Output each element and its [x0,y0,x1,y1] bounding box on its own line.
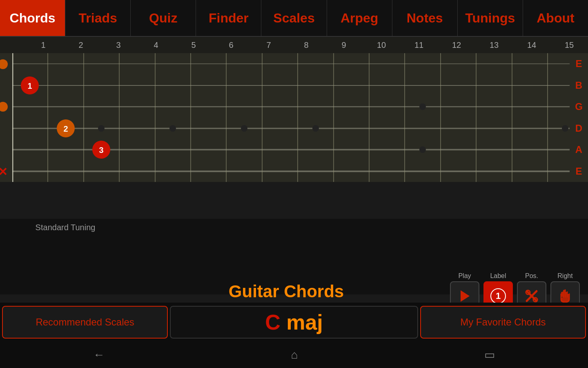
hand-icon [557,288,573,304]
chord-title: Guitar Chords [122,282,450,301]
play-label: Play [458,272,471,280]
open-string-e-high [0,59,8,69]
nav-quiz[interactable]: Quiz [131,0,196,36]
nav-finder[interactable]: Finder [196,0,261,36]
android-home-button[interactable]: ⌂ [291,348,298,361]
recommended-scales-button[interactable]: Recommended Scales [2,306,168,339]
string-labels: E B G D A E [570,53,588,182]
fretboard-container: 1 2 3 4 5 6 7 8 9 10 11 12 13 14 15 E B … [0,37,588,182]
fretboard[interactable]: 1 2 3 ✕ [12,53,570,182]
fretboard-svg: 1 2 3 [12,53,570,182]
chord-key-display: C maj [170,306,418,339]
nav-tunings[interactable]: Tunings [458,0,523,36]
android-recents-button[interactable]: ▭ [484,348,495,361]
play-icon [457,289,472,303]
chord-key-text: C maj [265,310,323,334]
bottom-bar: Recommended Scales C maj My Favorite Cho… [0,303,588,341]
svg-point-26 [419,103,426,110]
svg-text:2: 2 [63,124,68,133]
chord-key-type: maj [281,310,323,334]
pos-label: Pos. [525,272,538,280]
chord-key-letter: C [265,310,281,334]
nav-arpeg[interactable]: Arpeg [327,0,392,36]
svg-point-24 [241,125,247,132]
nav-chords[interactable]: Chords [0,0,65,36]
my-favorites-button[interactable]: My Favorite Chords [420,306,586,339]
nav-notes[interactable]: Notes [392,0,458,36]
svg-text:1: 1 [27,81,32,90]
fret-numbers: 1 2 3 4 5 6 7 8 9 10 11 12 13 14 15 [0,37,588,53]
svg-point-27 [419,146,426,153]
android-back-button[interactable]: ← [93,348,105,361]
svg-point-29 [562,125,568,132]
scissors-icon [523,288,540,304]
svg-point-23 [169,125,176,132]
nav-triads[interactable]: Triads [65,0,131,36]
right-label: Right [557,272,572,280]
android-navigation: ← ⌂ ▭ [0,341,588,368]
top-navigation: Chords Triads Quiz Finder Scales Arpeg N… [0,0,588,37]
svg-point-22 [98,125,105,132]
controls-area: Standard Tuning 1 / 6 Guitar Chords Play [0,219,588,294]
svg-text:3: 3 [99,146,103,155]
muted-string-e-low: ✕ [0,166,7,178]
open-string-g [0,102,8,112]
nav-about[interactable]: About [523,0,588,36]
label-label: Label [490,272,506,280]
label-number-icon: 1 [490,288,506,304]
svg-point-25 [312,125,319,132]
svg-marker-38 [461,290,470,302]
nav-scales[interactable]: Scales [261,0,327,36]
svg-text:1: 1 [496,291,501,301]
